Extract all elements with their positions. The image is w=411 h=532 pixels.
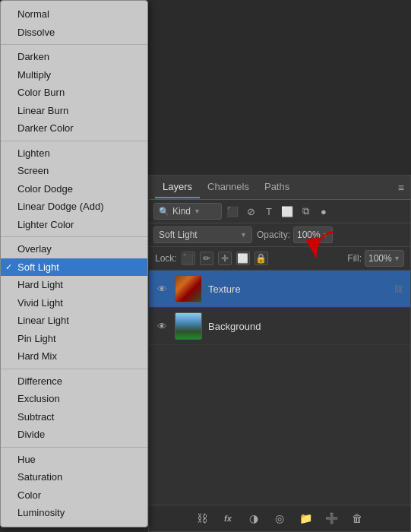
blend-item-linear-light[interactable]: Linear Light xyxy=(1,312,147,330)
blend-item-hard-mix[interactable]: Hard Mix xyxy=(1,347,147,366)
blend-item-darker-color[interactable]: Darker Color xyxy=(1,119,147,138)
layer-type-icon[interactable]: ⬛ xyxy=(225,204,240,219)
blend-mode-dropdown: NormalDissolveDarkenMultiplyColor BurnLi… xyxy=(0,0,148,527)
delete-layer-icon[interactable]: 🗑 xyxy=(349,510,365,527)
blend-item-dissolve[interactable]: Dissolve xyxy=(1,24,147,42)
lock-all-icon[interactable]: 🔒 xyxy=(255,252,268,265)
blend-item-soft-light[interactable]: Soft Light xyxy=(1,258,147,277)
blend-item-color[interactable]: Color xyxy=(1,486,147,505)
opacity-row: Opacity: 100% ▼ xyxy=(257,226,333,243)
blend-group-3: OverlaySoft LightHard LightVivid LightLi… xyxy=(1,236,147,367)
lock-paint-icon[interactable]: ✏ xyxy=(200,252,213,265)
fill-row: Fill: 100% ▼ xyxy=(347,250,404,267)
kind-dropdown[interactable]: 🔍 Kind ▼ xyxy=(153,203,222,220)
panel-footer: ⛓ fx ◑ ◎ 📁 ➕ 🗑 xyxy=(149,505,410,531)
blend-item-color-burn[interactable]: Color Burn xyxy=(1,84,147,102)
lock-row: Lock: ⬛ ✏ ✛ ⬜ 🔒 Fill: 100% ▼ xyxy=(149,247,410,271)
blend-group-2: LightenScreenColor DodgeLinear Dodge (Ad… xyxy=(1,141,147,236)
blend-group-4: DifferenceExclusionSubtractDivide xyxy=(1,369,147,445)
panel-toolbar: 🔍 Kind ▼ ⬛ ⊘ T ⬜ ⧉ ● xyxy=(149,200,410,223)
lock-artboard-icon[interactable]: ⬜ xyxy=(236,252,250,265)
layers-list: 👁 Texture ⛓ 👁 Background xyxy=(149,271,410,505)
blend-item-linear-burn[interactable]: Linear Burn xyxy=(1,102,147,120)
tab-paths[interactable]: Paths xyxy=(257,176,297,198)
blend-group-1: DarkenMultiplyColor BurnLinear BurnDarke… xyxy=(1,44,147,139)
fill-input[interactable]: 100% ▼ xyxy=(365,250,404,267)
blend-item-overlay[interactable]: Overlay xyxy=(1,240,147,258)
adjustment-layer-icon[interactable]: ◎ xyxy=(271,510,288,527)
new-layer-icon[interactable]: ➕ xyxy=(323,510,340,527)
blend-mode-row: Soft Light ▼ Opacity: 100% ▼ xyxy=(149,223,410,247)
shape-icon[interactable]: ⬜ xyxy=(280,204,295,219)
tab-channels[interactable]: Channels xyxy=(200,176,257,198)
blend-item-screen[interactable]: Screen xyxy=(1,162,147,180)
circle-icon[interactable]: ● xyxy=(316,204,331,219)
blend-item-multiply[interactable]: Multiply xyxy=(1,66,147,84)
blend-item-linear-dodge-add[interactable]: Linear Dodge (Add) xyxy=(1,198,147,216)
layer-thumbnail-background xyxy=(175,312,202,340)
add-mask-icon[interactable]: ◑ xyxy=(245,510,262,527)
blend-item-hard-light[interactable]: Hard Light xyxy=(1,276,147,294)
blend-item-difference[interactable]: Difference xyxy=(1,372,147,391)
blend-item-lighter-color[interactable]: Lighter Color xyxy=(1,216,147,234)
blend-item-exclusion[interactable]: Exclusion xyxy=(1,390,147,408)
lock-move-icon[interactable]: ✛ xyxy=(218,252,232,265)
dark-background xyxy=(148,0,411,175)
smart-object-icon[interactable]: ⧉ xyxy=(298,204,313,219)
blend-item-darken[interactable]: Darken xyxy=(1,48,147,66)
blend-item-lighten[interactable]: Lighten xyxy=(1,144,147,163)
blend-group-0: NormalDissolve xyxy=(1,4,147,43)
layer-item-background[interactable]: 👁 Background xyxy=(149,308,410,345)
adjustment-icon[interactable]: ⊘ xyxy=(243,204,258,219)
layer-visibility-texture[interactable]: 👁 xyxy=(155,282,169,296)
blend-item-color-dodge[interactable]: Color Dodge xyxy=(1,180,147,198)
layer-item-texture[interactable]: 👁 Texture ⛓ xyxy=(149,271,410,308)
blend-item-pin-light[interactable]: Pin Light xyxy=(1,330,147,348)
blend-item-subtract[interactable]: Subtract xyxy=(1,408,147,426)
layers-panel: Layers Channels Paths ≡ 🔍 Kind ▼ ⬛ ⊘ T ⬜… xyxy=(148,175,411,532)
panel-tabs: Layers Channels Paths ≡ xyxy=(149,176,410,200)
text-icon[interactable]: T xyxy=(261,204,277,219)
blend-mode-select[interactable]: Soft Light ▼ xyxy=(153,226,252,243)
panel-menu-icon[interactable]: ≡ xyxy=(398,182,404,194)
blend-item-saturation[interactable]: Saturation xyxy=(1,468,147,486)
fx-icon[interactable]: fx xyxy=(220,510,236,527)
blend-group-5: HueSaturationColorLuminosity xyxy=(1,447,147,524)
tab-layers[interactable]: Layers xyxy=(155,176,200,198)
opacity-input[interactable]: 100% ▼ xyxy=(293,226,333,243)
layer-link-icon-texture: ⛓ xyxy=(392,283,404,295)
blend-item-normal[interactable]: Normal xyxy=(1,5,147,24)
lock-pixels-icon[interactable]: ⬛ xyxy=(182,252,195,265)
blend-item-luminosity[interactable]: Luminosity xyxy=(1,504,147,522)
layer-visibility-background[interactable]: 👁 xyxy=(155,319,169,333)
new-group-icon[interactable]: 📁 xyxy=(297,510,314,527)
blend-item-vivid-light[interactable]: Vivid Light xyxy=(1,294,147,312)
link-layers-icon[interactable]: ⛓ xyxy=(194,510,210,527)
layer-thumbnail-texture xyxy=(175,275,202,302)
blend-item-divide[interactable]: Divide xyxy=(1,426,147,444)
blend-item-hue[interactable]: Hue xyxy=(1,451,147,469)
